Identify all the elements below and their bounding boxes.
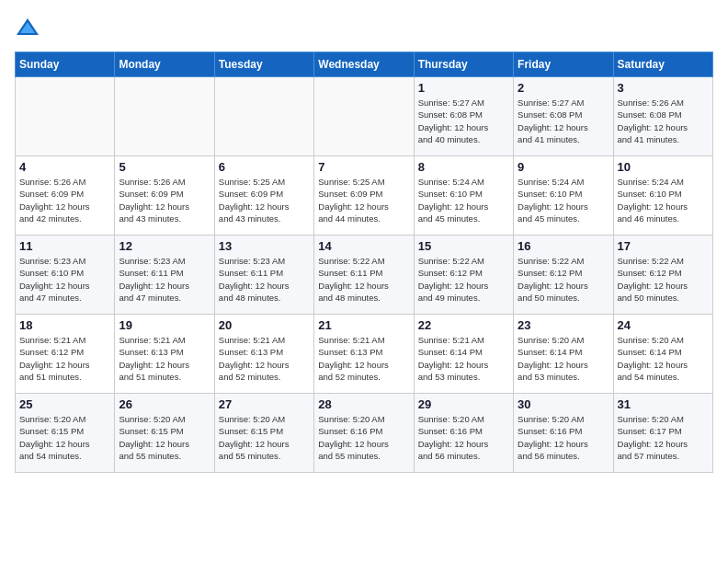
day-number: 14: [318, 239, 409, 253]
calendar-cell: 30Sunrise: 5:20 AM Sunset: 6:16 PM Dayli…: [514, 394, 613, 473]
calendar-cell: 2Sunrise: 5:27 AM Sunset: 6:08 PM Daylig…: [514, 77, 613, 156]
calendar-cell: 23Sunrise: 5:20 AM Sunset: 6:14 PM Dayli…: [514, 315, 613, 394]
day-info: Sunrise: 5:26 AM Sunset: 6:08 PM Dayligh…: [618, 97, 709, 145]
calendar-week-row: 18Sunrise: 5:21 AM Sunset: 6:12 PM Dayli…: [16, 315, 713, 394]
day-info: Sunrise: 5:24 AM Sunset: 6:10 PM Dayligh…: [618, 176, 709, 224]
day-number: 11: [19, 239, 110, 253]
logo-icon: [15, 15, 40, 40]
calendar-cell: 20Sunrise: 5:21 AM Sunset: 6:13 PM Dayli…: [214, 315, 313, 394]
calendar-cell: 5Sunrise: 5:26 AM Sunset: 6:09 PM Daylig…: [115, 156, 214, 236]
calendar-cell: 8Sunrise: 5:24 AM Sunset: 6:10 PM Daylig…: [414, 156, 513, 236]
day-number: 5: [119, 160, 210, 174]
calendar-cell: [115, 77, 214, 156]
calendar-cell: 16Sunrise: 5:22 AM Sunset: 6:12 PM Dayli…: [514, 236, 613, 315]
weekday-header-wednesday: Wednesday: [314, 52, 414, 77]
day-number: 19: [119, 318, 210, 332]
day-number: 23: [518, 318, 609, 332]
day-number: 18: [19, 318, 110, 332]
day-number: 28: [318, 397, 409, 411]
day-info: Sunrise: 5:20 AM Sunset: 6:15 PM Dayligh…: [19, 413, 110, 462]
day-info: Sunrise: 5:20 AM Sunset: 6:16 PM Dayligh…: [318, 413, 409, 462]
day-info: Sunrise: 5:20 AM Sunset: 6:17 PM Dayligh…: [618, 413, 709, 462]
calendar-cell: 11Sunrise: 5:23 AM Sunset: 6:10 PM Dayli…: [16, 236, 115, 315]
calendar-cell: 26Sunrise: 5:20 AM Sunset: 6:15 PM Dayli…: [115, 394, 214, 473]
weekday-header-sunday: Sunday: [16, 52, 115, 77]
page-header: [15, 15, 713, 40]
calendar-table: SundayMondayTuesdayWednesdayThursdayFrid…: [15, 52, 713, 473]
day-info: Sunrise: 5:25 AM Sunset: 6:09 PM Dayligh…: [219, 176, 310, 224]
calendar-cell: 17Sunrise: 5:22 AM Sunset: 6:12 PM Dayli…: [613, 236, 712, 315]
calendar-cell: 7Sunrise: 5:25 AM Sunset: 6:09 PM Daylig…: [314, 156, 414, 236]
calendar-cell: [16, 77, 115, 156]
day-info: Sunrise: 5:21 AM Sunset: 6:12 PM Dayligh…: [19, 334, 110, 383]
day-info: Sunrise: 5:20 AM Sunset: 6:16 PM Dayligh…: [518, 413, 609, 462]
weekday-header-saturday: Saturday: [613, 52, 712, 77]
day-info: Sunrise: 5:23 AM Sunset: 6:11 PM Dayligh…: [219, 255, 310, 304]
day-info: Sunrise: 5:27 AM Sunset: 6:08 PM Dayligh…: [418, 97, 509, 145]
day-number: 2: [518, 81, 609, 95]
calendar-cell: 22Sunrise: 5:21 AM Sunset: 6:14 PM Dayli…: [414, 315, 513, 394]
weekday-header-thursday: Thursday: [414, 52, 513, 77]
calendar-cell: 13Sunrise: 5:23 AM Sunset: 6:11 PM Dayli…: [214, 236, 313, 315]
day-info: Sunrise: 5:22 AM Sunset: 6:12 PM Dayligh…: [518, 255, 609, 304]
calendar-cell: [314, 77, 414, 156]
calendar-cell: 1Sunrise: 5:27 AM Sunset: 6:08 PM Daylig…: [414, 77, 513, 156]
calendar-cell: 14Sunrise: 5:22 AM Sunset: 6:11 PM Dayli…: [314, 236, 414, 315]
day-number: 21: [318, 318, 409, 332]
day-info: Sunrise: 5:25 AM Sunset: 6:09 PM Dayligh…: [318, 176, 409, 224]
day-info: Sunrise: 5:20 AM Sunset: 6:14 PM Dayligh…: [518, 334, 609, 383]
day-number: 30: [518, 397, 609, 411]
calendar-cell: 24Sunrise: 5:20 AM Sunset: 6:14 PM Dayli…: [613, 315, 712, 394]
day-info: Sunrise: 5:23 AM Sunset: 6:11 PM Dayligh…: [119, 255, 210, 304]
calendar-cell: [214, 77, 313, 156]
day-number: 20: [219, 318, 310, 332]
day-number: 26: [119, 397, 210, 411]
calendar-cell: 31Sunrise: 5:20 AM Sunset: 6:17 PM Dayli…: [613, 394, 712, 473]
day-number: 31: [618, 397, 709, 411]
day-number: 9: [518, 160, 609, 174]
day-info: Sunrise: 5:21 AM Sunset: 6:13 PM Dayligh…: [219, 334, 310, 383]
logo: [15, 15, 44, 40]
calendar-cell: 6Sunrise: 5:25 AM Sunset: 6:09 PM Daylig…: [214, 156, 313, 236]
day-info: Sunrise: 5:22 AM Sunset: 6:11 PM Dayligh…: [318, 255, 409, 304]
weekday-header-row: SundayMondayTuesdayWednesdayThursdayFrid…: [16, 52, 713, 77]
day-number: 10: [618, 160, 709, 174]
calendar-cell: 21Sunrise: 5:21 AM Sunset: 6:13 PM Dayli…: [314, 315, 414, 394]
day-info: Sunrise: 5:20 AM Sunset: 6:15 PM Dayligh…: [119, 413, 210, 462]
calendar-cell: 12Sunrise: 5:23 AM Sunset: 6:11 PM Dayli…: [115, 236, 214, 315]
weekday-header-friday: Friday: [514, 52, 613, 77]
day-info: Sunrise: 5:26 AM Sunset: 6:09 PM Dayligh…: [119, 176, 210, 224]
calendar-cell: 9Sunrise: 5:24 AM Sunset: 6:10 PM Daylig…: [514, 156, 613, 236]
day-info: Sunrise: 5:20 AM Sunset: 6:16 PM Dayligh…: [418, 413, 509, 462]
day-number: 25: [19, 397, 110, 411]
calendar-week-row: 4Sunrise: 5:26 AM Sunset: 6:09 PM Daylig…: [16, 156, 713, 236]
day-number: 3: [618, 81, 709, 95]
day-info: Sunrise: 5:27 AM Sunset: 6:08 PM Dayligh…: [518, 97, 609, 145]
day-number: 6: [219, 160, 310, 174]
day-info: Sunrise: 5:22 AM Sunset: 6:12 PM Dayligh…: [418, 255, 509, 304]
calendar-cell: 29Sunrise: 5:20 AM Sunset: 6:16 PM Dayli…: [414, 394, 513, 473]
day-info: Sunrise: 5:20 AM Sunset: 6:15 PM Dayligh…: [219, 413, 310, 462]
day-number: 15: [418, 239, 509, 253]
day-info: Sunrise: 5:21 AM Sunset: 6:13 PM Dayligh…: [318, 334, 409, 383]
day-info: Sunrise: 5:21 AM Sunset: 6:13 PM Dayligh…: [119, 334, 210, 383]
day-number: 4: [19, 160, 110, 174]
day-info: Sunrise: 5:20 AM Sunset: 6:14 PM Dayligh…: [618, 334, 709, 383]
weekday-header-tuesday: Tuesday: [214, 52, 313, 77]
day-number: 8: [418, 160, 509, 174]
day-number: 17: [618, 239, 709, 253]
day-number: 27: [219, 397, 310, 411]
calendar-cell: 28Sunrise: 5:20 AM Sunset: 6:16 PM Dayli…: [314, 394, 414, 473]
day-number: 16: [518, 239, 609, 253]
day-info: Sunrise: 5:24 AM Sunset: 6:10 PM Dayligh…: [518, 176, 609, 224]
day-number: 24: [618, 318, 709, 332]
day-number: 29: [418, 397, 509, 411]
calendar-cell: 15Sunrise: 5:22 AM Sunset: 6:12 PM Dayli…: [414, 236, 513, 315]
day-number: 22: [418, 318, 509, 332]
calendar-cell: 25Sunrise: 5:20 AM Sunset: 6:15 PM Dayli…: [16, 394, 115, 473]
calendar-week-row: 11Sunrise: 5:23 AM Sunset: 6:10 PM Dayli…: [16, 236, 713, 315]
day-number: 7: [318, 160, 409, 174]
calendar-week-row: 25Sunrise: 5:20 AM Sunset: 6:15 PM Dayli…: [16, 394, 713, 473]
calendar-cell: 18Sunrise: 5:21 AM Sunset: 6:12 PM Dayli…: [16, 315, 115, 394]
calendar-cell: 4Sunrise: 5:26 AM Sunset: 6:09 PM Daylig…: [16, 156, 115, 236]
